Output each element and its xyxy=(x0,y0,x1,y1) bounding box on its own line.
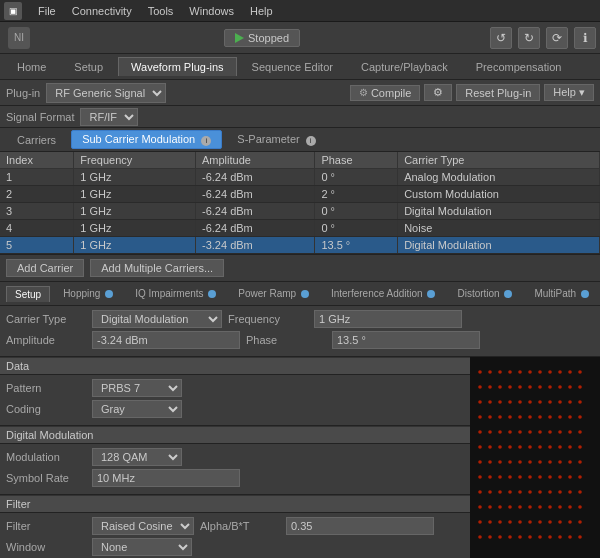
menu-tools[interactable]: Tools xyxy=(140,0,182,21)
setup-tab-multipath[interactable]: MultiPath xyxy=(525,285,597,302)
help-button[interactable]: Help ▾ xyxy=(544,84,594,101)
digital-mod-form: Modulation 128 QAM Symbol Rate xyxy=(0,444,470,495)
svg-point-19 xyxy=(548,385,552,389)
setup-tab-setup[interactable]: Setup xyxy=(6,286,50,302)
svg-point-58 xyxy=(498,445,502,449)
svg-point-79 xyxy=(488,475,492,479)
toolbar-right: ↺ ↻ ⟳ ℹ xyxy=(490,27,596,49)
refresh1-icon[interactable]: ↺ xyxy=(490,27,512,49)
cell-freq: 1 GHz xyxy=(74,203,196,220)
tab-sequence-editor[interactable]: Sequence Editor xyxy=(239,57,346,76)
svg-point-45 xyxy=(478,430,482,434)
filter-section-header: Filter xyxy=(0,495,470,513)
power-ramp-dot xyxy=(301,290,309,298)
plugin-label: Plug-in xyxy=(6,87,40,99)
svg-point-125 xyxy=(508,535,512,539)
svg-point-89 xyxy=(478,490,482,494)
cell-phase: 2 ° xyxy=(315,186,398,203)
signal-format-select[interactable]: RF/IF xyxy=(80,108,138,126)
menu-file[interactable]: File xyxy=(30,0,64,21)
svg-point-92 xyxy=(508,490,512,494)
cell-type: Analog Modulation xyxy=(398,169,600,186)
table-row[interactable]: 41 GHz-6.24 dBm0 °Noise xyxy=(0,220,600,237)
menu-help[interactable]: Help xyxy=(242,0,281,21)
svg-point-15 xyxy=(508,385,512,389)
cell-amp: -6.24 dBm xyxy=(196,186,315,203)
setup-tab-distortion[interactable]: Distortion xyxy=(448,285,521,302)
amplitude-input[interactable] xyxy=(92,331,240,349)
coding-select[interactable]: Gray xyxy=(92,400,182,418)
interference-dot xyxy=(427,290,435,298)
modulation-row: Modulation 128 QAM xyxy=(6,448,464,466)
alpha-input[interactable] xyxy=(286,517,434,535)
right-buttons: Reset Plug-in Help ▾ xyxy=(456,84,594,101)
cell-index: 2 xyxy=(0,186,74,203)
svg-point-33 xyxy=(578,400,582,404)
window-select[interactable]: None xyxy=(92,538,192,556)
setup-tab-iq-impairments[interactable]: IQ Impairments xyxy=(126,285,225,302)
svg-point-38 xyxy=(518,415,522,419)
svg-point-84 xyxy=(538,475,542,479)
svg-point-129 xyxy=(548,535,552,539)
cell-phase: 0 ° xyxy=(315,169,398,186)
refresh2-icon[interactable]: ↻ xyxy=(518,27,540,49)
stop-button[interactable]: Stopped xyxy=(224,29,300,47)
svg-point-114 xyxy=(508,520,512,524)
reload-icon[interactable]: ⟳ xyxy=(546,27,568,49)
modulation-select[interactable]: 128 QAM xyxy=(92,448,182,466)
svg-point-69 xyxy=(498,460,502,464)
sub-tab-info-icon: i xyxy=(201,136,211,146)
carrier-settings-form: Carrier Type Digital Modulation Frequenc… xyxy=(0,306,600,357)
pattern-select[interactable]: PRBS 7 xyxy=(92,379,182,397)
svg-point-13 xyxy=(488,385,492,389)
table-row[interactable]: 31 GHz-6.24 dBm0 °Digital Modulation xyxy=(0,203,600,220)
svg-point-29 xyxy=(538,400,542,404)
filter-select[interactable]: Raised Cosine xyxy=(92,517,194,535)
table-row[interactable]: 51 GHz-3.24 dBm13.5 °Digital Modulation xyxy=(0,237,600,254)
reset-plugin-button[interactable]: Reset Plug-in xyxy=(456,84,540,101)
menu-windows[interactable]: Windows xyxy=(181,0,242,21)
setup-tab-hopping[interactable]: Hopping xyxy=(54,285,122,302)
svg-point-116 xyxy=(528,520,532,524)
table-row[interactable]: 21 GHz-6.24 dBm2 °Custom Modulation xyxy=(0,186,600,203)
compile-button[interactable]: ⚙ Compile xyxy=(350,85,420,101)
add-multiple-carriers-button[interactable]: Add Multiple Carriers... xyxy=(90,259,224,277)
plugin-select[interactable]: RF Generic Signal xyxy=(46,83,166,103)
svg-point-131 xyxy=(568,535,572,539)
amplitude-label: Amplitude xyxy=(6,334,86,346)
svg-point-20 xyxy=(558,385,562,389)
sub-tab-sparameter[interactable]: S-Parameter i xyxy=(226,130,326,149)
svg-point-96 xyxy=(548,490,552,494)
compile-settings-button[interactable]: ⚙ xyxy=(424,84,452,101)
svg-point-121 xyxy=(578,520,582,524)
frequency-input[interactable] xyxy=(314,310,462,328)
svg-point-52 xyxy=(548,430,552,434)
svg-point-3 xyxy=(498,370,502,374)
tab-precompensation[interactable]: Precompensation xyxy=(463,57,575,76)
main-data-area: Data Pattern PRBS 7 Coding Gray Digital … xyxy=(0,357,600,558)
cell-index: 3 xyxy=(0,203,74,220)
symbol-rate-label: Symbol Rate xyxy=(6,472,86,484)
setup-tab-power-ramp[interactable]: Power Ramp xyxy=(229,285,318,302)
svg-point-7 xyxy=(538,370,542,374)
sub-tab-carriers[interactable]: Carriers xyxy=(6,131,67,149)
svg-point-2 xyxy=(488,370,492,374)
symbol-rate-input[interactable] xyxy=(92,469,240,487)
table-row[interactable]: 11 GHz-6.24 dBm0 °Analog Modulation xyxy=(0,169,600,186)
svg-point-12 xyxy=(478,385,482,389)
tab-home[interactable]: Home xyxy=(4,57,59,76)
cell-amp: -6.24 dBm xyxy=(196,220,315,237)
phase-input[interactable] xyxy=(332,331,480,349)
setup-tab-interference[interactable]: Interference Addition xyxy=(322,285,445,302)
carrier-type-select[interactable]: Digital Modulation xyxy=(92,310,222,328)
svg-point-106 xyxy=(538,505,542,509)
add-carrier-button[interactable]: Add Carrier xyxy=(6,259,84,277)
tab-setup[interactable]: Setup xyxy=(61,57,116,76)
tab-waveform-plugins[interactable]: Waveform Plug-ins xyxy=(118,57,237,76)
info-icon[interactable]: ℹ xyxy=(574,27,596,49)
cell-freq: 1 GHz xyxy=(74,237,196,254)
menu-connectivity[interactable]: Connectivity xyxy=(64,0,140,21)
sub-tab-subcarrier-mod[interactable]: Sub Carrier Modulation i xyxy=(71,130,222,149)
svg-point-104 xyxy=(518,505,522,509)
tab-capture-playback[interactable]: Capture/Playback xyxy=(348,57,461,76)
